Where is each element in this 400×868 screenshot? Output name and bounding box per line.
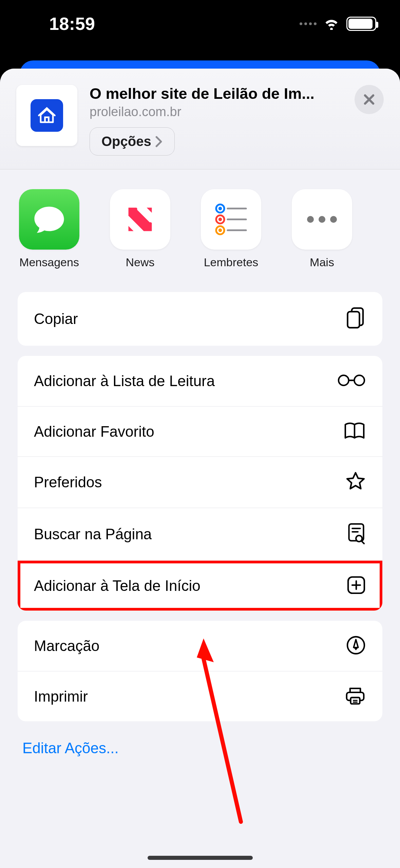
news-icon (121, 200, 159, 238)
action-markup[interactable]: Marcação (18, 621, 382, 671)
home-indicator[interactable] (148, 856, 253, 860)
markup-icon (346, 635, 366, 657)
messages-icon (31, 201, 68, 238)
plus-app-icon (346, 575, 366, 596)
action-label: Marcação (34, 637, 99, 654)
svg-point-11 (354, 375, 364, 385)
share-app-news[interactable]: News (110, 189, 170, 269)
book-icon (343, 421, 366, 442)
svg-point-4 (218, 218, 222, 221)
svg-line-16 (361, 541, 364, 543)
action-label: Adicionar Favorito (34, 423, 154, 440)
reminders-icon (211, 199, 251, 240)
chevron-right-icon (155, 136, 163, 147)
action-copy[interactable]: Copiar (18, 292, 382, 346)
action-label: Adicionar à Tela de Início (34, 577, 201, 594)
more-icon (307, 216, 337, 223)
close-button[interactable] (355, 85, 384, 114)
action-favorites[interactable]: Preferidos (18, 456, 382, 508)
status-bar: 18:59 (0, 0, 400, 48)
action-label: Imprimir (34, 688, 88, 705)
star-icon (345, 471, 366, 493)
share-actions: Copiar Adicionar à Lista de Leitura Adic… (0, 278, 400, 777)
action-group: Copiar (18, 292, 382, 346)
action-print[interactable]: Imprimir (18, 671, 382, 721)
share-sheet: O melhor site de Leilão de Im... proleil… (0, 69, 400, 868)
options-button[interactable]: Opções (90, 127, 175, 156)
svg-point-7 (218, 229, 222, 232)
action-group: Marcação Imprimir (18, 621, 382, 721)
share-sheet-header: O melhor site de Leilão de Im... proleil… (0, 69, 400, 169)
cellular-dots-icon (300, 22, 317, 25)
edit-actions-link[interactable]: Editar Ações... (18, 731, 382, 777)
battery-icon (346, 17, 376, 31)
page-title: O melhor site de Leilão de Im... (90, 85, 342, 103)
action-add-bookmark[interactable]: Adicionar Favorito (18, 406, 382, 456)
share-app-label: Mais (310, 256, 334, 269)
share-app-messages[interactable]: Mensagens (19, 189, 79, 269)
glasses-icon (337, 374, 366, 388)
wifi-icon (323, 16, 340, 31)
svg-point-1 (218, 207, 222, 210)
svg-rect-9 (348, 312, 360, 328)
house-icon (37, 106, 57, 125)
status-time: 18:59 (49, 14, 95, 34)
action-group: Adicionar à Lista de Leitura Adicionar F… (18, 356, 382, 611)
action-label: Buscar na Página (34, 526, 152, 543)
page-search-icon (346, 522, 366, 546)
close-icon (362, 93, 376, 106)
options-label: Opções (101, 134, 151, 149)
share-app-reminders[interactable]: Lembretes (201, 189, 261, 269)
action-reading-list[interactable]: Adicionar à Lista de Leitura (18, 356, 382, 406)
share-app-label: News (126, 256, 154, 269)
share-apps-row: Mensagens News (0, 169, 400, 278)
action-label: Preferidos (34, 474, 102, 491)
copy-icon (346, 306, 366, 331)
action-label: Copiar (34, 310, 78, 327)
action-find-on-page[interactable]: Buscar na Página (18, 508, 382, 560)
share-app-more[interactable]: Mais (292, 189, 352, 269)
svg-point-10 (339, 375, 349, 385)
page-url: proleilao.com.br (90, 105, 342, 119)
site-favicon (16, 85, 77, 146)
share-app-label: Lembretes (204, 256, 259, 269)
action-add-to-home-screen[interactable]: Adicionar à Tela de Início (18, 560, 382, 611)
printer-icon (344, 686, 366, 707)
action-label: Adicionar à Lista de Leitura (34, 373, 215, 390)
share-app-label: Mensagens (19, 256, 79, 269)
